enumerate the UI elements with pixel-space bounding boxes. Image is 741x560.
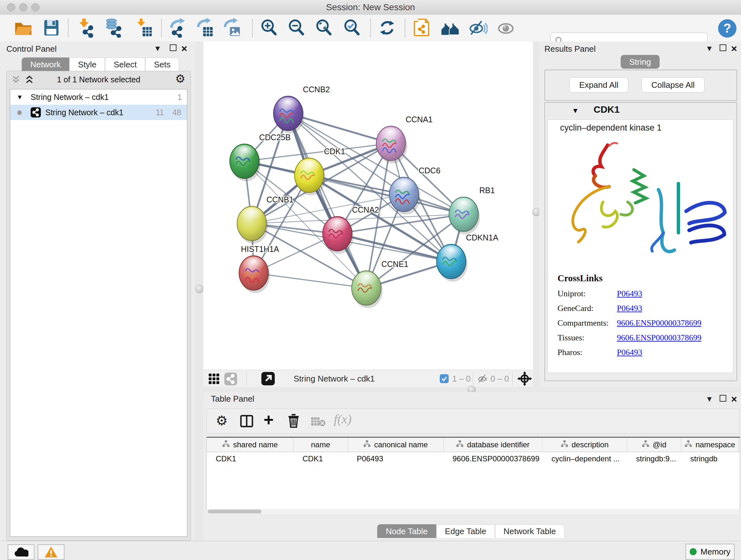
string-protein-query-button[interactable] xyxy=(412,18,432,38)
table-horizontal-scrollbar[interactable] xyxy=(207,509,739,514)
crosslink-link[interactable]: 9606.ENSP00000378699 xyxy=(617,316,701,330)
tab-select[interactable]: Select xyxy=(105,57,145,71)
crosslink-link[interactable]: P06493 xyxy=(617,345,642,360)
fit-content-button[interactable] xyxy=(314,18,334,38)
zoom-out-button[interactable] xyxy=(286,18,307,38)
grid-view-icon[interactable] xyxy=(208,373,220,385)
control-panel-maximize-button[interactable] xyxy=(170,42,177,56)
navigator-crosshair-icon[interactable] xyxy=(517,371,532,386)
table-panel-maximize-button[interactable] xyxy=(720,392,726,406)
table-body-row[interactable]: CDK1CDK1P064939606.ENSP00000378699cyclin… xyxy=(207,452,740,465)
section-collapse-arrow-icon[interactable]: ▼ xyxy=(572,107,579,115)
network-svg[interactable]: CCNB2CCNA1CDC25BCDK1CDC6RB1CCNB1CCNA2CDK… xyxy=(203,42,533,370)
warnings-button[interactable] xyxy=(38,544,64,560)
table-cell[interactable]: stringdb xyxy=(681,452,739,465)
collapse-all-button[interactable]: Collapse All xyxy=(642,77,704,92)
save-session-button[interactable] xyxy=(42,18,61,38)
cloud-button[interactable] xyxy=(8,544,35,560)
tab-style[interactable]: Style xyxy=(69,57,105,71)
control-panel-float-button[interactable]: ▼ xyxy=(154,42,161,56)
table-cell[interactable]: CDK1 xyxy=(207,452,293,465)
table-settings-gear-icon[interactable]: ⚙ xyxy=(216,414,228,428)
memory-button[interactable]: Memory xyxy=(685,544,735,560)
tab-sets[interactable]: Sets xyxy=(145,57,179,71)
crosslink-link[interactable]: P06493 xyxy=(617,301,642,316)
hidden-counter: 0 – 0 xyxy=(490,370,509,387)
crosslink-link[interactable]: P06493 xyxy=(617,287,642,301)
hide-selected-button[interactable] xyxy=(468,18,488,38)
node-label[interactable]: CDC25B xyxy=(259,133,291,142)
node-label[interactable]: CCNA2 xyxy=(352,205,379,214)
export-table-button[interactable] xyxy=(195,18,214,38)
zoom-in-button[interactable] xyxy=(259,18,279,38)
column-header-canonical-name[interactable]: canonical name xyxy=(348,438,444,452)
hierarchy-icon xyxy=(684,440,692,449)
zoom-selected-button[interactable] xyxy=(342,18,362,38)
tab-string[interactable]: String xyxy=(621,55,660,69)
node-label[interactable]: CCNB2 xyxy=(303,85,330,94)
hidden-eye-icon[interactable] xyxy=(476,373,488,384)
network-row[interactable]: String Network – cdk1 11 48 xyxy=(10,105,187,120)
open-in-new-window-icon[interactable] xyxy=(261,372,275,385)
control-panel-close-button[interactable]: × xyxy=(181,42,187,56)
selected-checkbox-icon[interactable] xyxy=(440,374,449,383)
import-network-database-button[interactable] xyxy=(104,18,124,38)
collapse-arrow-icon[interactable]: ▼ xyxy=(17,89,23,105)
node-label[interactable]: CCNE1 xyxy=(381,260,408,268)
column-header-namespace[interactable]: namespace xyxy=(681,438,739,452)
show-all-button[interactable] xyxy=(496,18,516,38)
string-badge-icon[interactable] xyxy=(224,373,237,385)
left-splitter[interactable] xyxy=(195,42,203,541)
crosslink-label: Compartments: xyxy=(557,316,609,330)
node-label[interactable]: HIST1H1A xyxy=(241,245,279,253)
left-splitter-handle[interactable] xyxy=(195,285,204,293)
node-label[interactable]: CDK1 xyxy=(324,147,345,156)
column-header-shared-name[interactable]: shared name xyxy=(207,438,293,452)
separator xyxy=(246,372,247,385)
column-header-database-identifier[interactable]: database identifier xyxy=(444,438,542,452)
network-options-gear-icon[interactable]: ⚙ xyxy=(175,73,185,84)
tab-network[interactable]: Network xyxy=(22,57,69,71)
table-cell[interactable]: P06493 xyxy=(348,452,444,465)
results-panel-float-button[interactable]: ▼ xyxy=(705,42,713,56)
node-label[interactable]: RB1 xyxy=(479,186,495,195)
tab-network-table[interactable]: Network Table xyxy=(495,524,564,538)
column-header-description[interactable]: description xyxy=(542,438,627,452)
network-canvas[interactable]: CCNB2CCNA1CDC25BCDK1CDC6RB1CCNB1CCNA2CDK… xyxy=(203,42,533,387)
scrollbar-thumb[interactable] xyxy=(208,509,261,513)
node-label[interactable]: CDC6 xyxy=(419,166,441,175)
delete-trash-icon[interactable] xyxy=(287,414,300,428)
export-image-button[interactable] xyxy=(221,18,241,38)
right-splitter[interactable] xyxy=(533,42,539,387)
tab-node-table[interactable]: Node Table xyxy=(377,524,436,538)
node-label[interactable]: CDKN1A xyxy=(466,233,498,242)
results-panel-close-button[interactable]: × xyxy=(731,42,737,56)
import-table-file-button[interactable] xyxy=(133,18,153,38)
horizontal-splitter[interactable] xyxy=(203,387,741,392)
node-label[interactable]: CCNB1 xyxy=(266,195,293,204)
table-cell[interactable]: cyclin–dependent ... xyxy=(542,452,627,465)
node-label[interactable]: CCNA1 xyxy=(406,115,433,124)
table-panel-float-button[interactable]: ▼ xyxy=(705,392,713,406)
crosslink-row: Tissues:9606.ENSP00000378699 xyxy=(548,330,733,345)
network-view-title: String Network – cdk1 xyxy=(293,370,375,387)
crosslink-link[interactable]: 9606.ENSP00000378699 xyxy=(617,330,701,345)
network-collection-row[interactable]: ▼ String Network – cdk1 1 xyxy=(10,89,187,105)
string-home-button[interactable] xyxy=(441,18,460,38)
column-header--id[interactable]: @id xyxy=(627,438,681,452)
expand-all-button[interactable]: Expand All xyxy=(569,77,628,92)
add-column-icon[interactable]: + xyxy=(264,410,274,429)
table-cell[interactable]: CDK1 xyxy=(293,452,348,465)
tab-edge-table[interactable]: Edge Table xyxy=(436,524,495,538)
table-panel-close-button[interactable]: × xyxy=(731,392,737,406)
column-header-name[interactable]: name xyxy=(293,438,348,452)
open-session-button[interactable] xyxy=(13,18,33,38)
export-network-button[interactable] xyxy=(168,18,188,38)
show-columns-icon[interactable] xyxy=(240,415,253,428)
results-panel-maximize-button[interactable] xyxy=(720,42,726,56)
help-button[interactable]: ? xyxy=(718,18,737,38)
import-network-file-button[interactable] xyxy=(77,18,96,38)
table-cell[interactable]: stringdb:9... xyxy=(627,452,681,465)
refresh-button[interactable] xyxy=(377,18,397,38)
table-cell[interactable]: 9606.ENSP00000378699 xyxy=(444,452,542,465)
